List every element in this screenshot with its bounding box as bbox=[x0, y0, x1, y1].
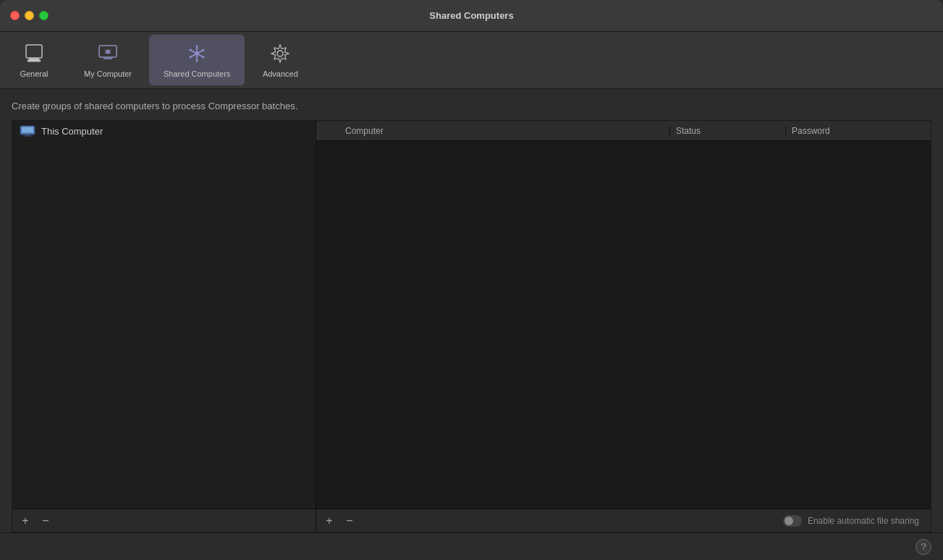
window: Shared Computers General bbox=[0, 0, 943, 560]
add-group-button[interactable]: + bbox=[18, 514, 33, 528]
window-title: Shared Computers bbox=[429, 10, 513, 21]
tab-shared-computers-label: Shared Computers bbox=[164, 69, 230, 78]
minimize-button[interactable] bbox=[25, 11, 34, 20]
auto-share-toggle[interactable] bbox=[783, 515, 802, 527]
svg-point-14 bbox=[190, 49, 192, 51]
tab-my-computer-label: My Computer bbox=[84, 69, 132, 78]
title-bar: Shared Computers bbox=[0, 0, 943, 32]
svg-point-12 bbox=[196, 46, 198, 48]
add-computer-button[interactable]: + bbox=[322, 514, 337, 528]
auto-share-section: Enable automatic file sharing bbox=[783, 515, 919, 527]
svg-point-17 bbox=[203, 49, 205, 51]
table-header: Computer Status Password bbox=[316, 121, 931, 141]
tab-general-label: General bbox=[20, 69, 48, 78]
content-area: Create groups of shared computers to pro… bbox=[0, 89, 943, 533]
col-header-status: Status bbox=[670, 126, 786, 136]
svg-point-13 bbox=[196, 60, 198, 62]
help-button[interactable]: ? bbox=[915, 539, 931, 555]
groups-list: This Computer bbox=[12, 121, 316, 509]
remove-group-button[interactable]: − bbox=[38, 514, 53, 528]
remove-computer-button[interactable]: − bbox=[342, 514, 357, 528]
close-button[interactable] bbox=[10, 11, 20, 20]
computer-icon bbox=[20, 125, 35, 137]
svg-point-19 bbox=[277, 51, 283, 56]
shared-computers-icon bbox=[184, 41, 210, 67]
col-header-password: Password bbox=[786, 126, 931, 136]
svg-rect-0 bbox=[26, 45, 42, 58]
left-panel: This Computer + − bbox=[12, 121, 316, 532]
my-computer-icon bbox=[95, 41, 121, 67]
maximize-button[interactable] bbox=[39, 11, 48, 20]
description-text: Create groups of shared computers to pro… bbox=[12, 101, 931, 111]
svg-point-18 bbox=[195, 52, 199, 56]
svg-point-16 bbox=[190, 56, 192, 59]
table-body bbox=[316, 141, 931, 509]
tab-shared-computers[interactable]: Shared Computers bbox=[149, 35, 245, 85]
tab-advanced[interactable]: Advanced bbox=[248, 35, 313, 85]
tab-advanced-label: Advanced bbox=[263, 69, 298, 78]
general-icon bbox=[21, 41, 47, 67]
svg-rect-21 bbox=[22, 127, 33, 133]
advanced-icon bbox=[267, 41, 293, 67]
group-label: This Computer bbox=[41, 126, 103, 137]
toolbar: General My Computer bbox=[0, 32, 943, 89]
panels: This Computer + − Computer Status Passwo… bbox=[12, 120, 931, 533]
right-panel: Computer Status Password + − Enable auto… bbox=[316, 121, 931, 532]
svg-rect-2 bbox=[28, 60, 41, 61]
auto-share-label: Enable automatic file sharing bbox=[808, 516, 919, 526]
footer: ? bbox=[0, 533, 943, 560]
right-panel-bottom-bar: + − Enable automatic file sharing bbox=[316, 509, 931, 532]
svg-rect-23 bbox=[23, 136, 32, 137]
traffic-lights bbox=[10, 11, 48, 20]
tab-my-computer[interactable]: My Computer bbox=[69, 35, 146, 85]
left-panel-bottom-bar: + − bbox=[12, 509, 316, 532]
list-item[interactable]: This Computer bbox=[12, 121, 316, 141]
col-header-computer: Computer bbox=[339, 126, 670, 136]
svg-point-15 bbox=[203, 56, 205, 59]
tab-general[interactable]: General bbox=[1, 35, 67, 85]
